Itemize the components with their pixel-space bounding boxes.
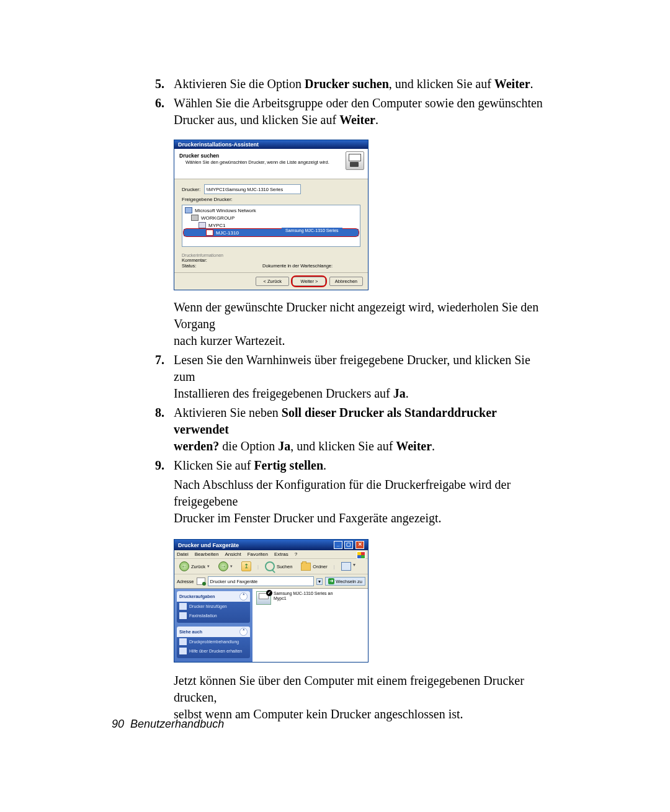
step-7-text: Lesen Sie den Warnhinweis über freigegeb… bbox=[174, 352, 552, 402]
wizard-header-subtitle: Wählen Sie den gewünschten Drucker, wenn… bbox=[185, 159, 363, 165]
workgroup-icon bbox=[191, 215, 199, 221]
see-also-header[interactable]: Siehe auch ˄ bbox=[177, 627, 250, 637]
step-6: 6. Wählen Sie die Arbeitsgruppe oder den… bbox=[155, 95, 552, 128]
printers-list: ✔ Samsung MJC-1310 Series an Mypc1 bbox=[252, 589, 368, 662]
closing-paragraph: Jetzt können Sie über den Computer mit e… bbox=[174, 672, 552, 723]
folders-button[interactable]: Ordner bbox=[298, 562, 329, 571]
step-9: 9. Klicken Sie auf Fertig stellen. bbox=[155, 457, 552, 474]
step-8-bold2: werden? bbox=[174, 439, 219, 453]
step-9-bold: Fertig stellen bbox=[254, 458, 323, 472]
step-5-post: . bbox=[530, 77, 534, 91]
nav-up-button[interactable] bbox=[239, 561, 254, 572]
wizard-body: Drucker: Freigegebene Drucker: Microsoft… bbox=[174, 179, 368, 272]
step-6-number: 6. bbox=[155, 95, 174, 128]
step-8-l2b: die Option bbox=[219, 439, 278, 453]
shared-printers-tree[interactable]: Microsoft Windows Network WORKGROUP MYPC… bbox=[182, 205, 360, 247]
menu-file[interactable]: Datei bbox=[177, 551, 189, 557]
address-dropdown-icon[interactable]: ▾ bbox=[316, 578, 323, 585]
task-add-printer[interactable]: Drucker hinzufügen bbox=[177, 602, 250, 611]
window-buttons: _ ▢ ✕ bbox=[333, 541, 364, 549]
add-printer-icon bbox=[179, 603, 187, 610]
nav-forward-button[interactable]: ← ▾ bbox=[216, 561, 235, 572]
wizard-titlebar: Druckerinstallations-Assistent bbox=[174, 140, 368, 149]
printer-small-icon bbox=[206, 230, 213, 236]
printers-window: Drucker und Faxgeräte _ ▢ ✕ Datei Bearbe… bbox=[174, 539, 368, 663]
tree-printer-description: Samsung MJC-1310 Series bbox=[282, 228, 342, 233]
step-9-followup-l2a: Drucker im Fenster bbox=[174, 511, 274, 525]
back-button[interactable]: < Zurück bbox=[256, 277, 289, 286]
shared-printers-label: Freigegebene Drucker: bbox=[182, 197, 233, 202]
address-icon bbox=[197, 578, 205, 585]
search-button[interactable]: Suchen bbox=[262, 561, 295, 572]
next-button[interactable]: Weiter > bbox=[292, 277, 326, 286]
toolbar: ← Zurück ▾ ← ▾ | Suchen Ord bbox=[174, 559, 368, 574]
printer-path-label: Drucker: bbox=[182, 187, 200, 192]
step-7-bold: Ja bbox=[393, 386, 406, 400]
printer-item[interactable]: ✔ Samsung MJC-1310 Series an Mypc1 bbox=[256, 591, 364, 605]
chevron-down-icon: ▾ bbox=[207, 564, 210, 569]
go-button[interactable]: Wechseln zu bbox=[325, 577, 365, 586]
see-also-help[interactable]: Hilfe über Drucken erhalten bbox=[177, 646, 250, 656]
maximize-button[interactable]: ▢ bbox=[344, 541, 353, 549]
minimize-button[interactable]: _ bbox=[334, 541, 342, 549]
close-button[interactable]: ✕ bbox=[355, 541, 364, 549]
printer-item-name: Samsung MJC-1310 Series an bbox=[274, 591, 333, 596]
step-7-l2a: Installieren des freigegebenen Druckers … bbox=[174, 386, 393, 400]
wizard-header: Drucker suchen Wählen Sie den gewünschte… bbox=[174, 149, 368, 179]
printer-tasks-header-label: Druckeraufgaben bbox=[179, 594, 215, 599]
tree-printer-selected-label: MJC-1310 bbox=[216, 230, 239, 236]
nav-back-label: Zurück bbox=[191, 564, 205, 569]
see-also-troubleshoot[interactable]: Druckproblembehandlung bbox=[177, 637, 250, 646]
step-5-text: Aktivieren Sie die Option Drucker suchen… bbox=[174, 76, 552, 92]
menu-favorites[interactable]: Favoriten bbox=[248, 551, 268, 557]
step-9-l1c: . bbox=[323, 458, 326, 472]
step-5-number: 5. bbox=[155, 76, 174, 92]
tree-network-root-label: Microsoft Windows Network bbox=[195, 208, 256, 213]
task-fax-setup[interactable]: Faxinstallation bbox=[177, 611, 250, 620]
menu-view[interactable]: Ansicht bbox=[225, 551, 241, 557]
see-also-troubleshoot-label: Druckproblembehandlung bbox=[189, 640, 239, 644]
printer-comment-row: Kommentar: bbox=[182, 257, 360, 263]
task-fax-setup-label: Faxinstallation bbox=[189, 613, 217, 618]
printer-path-row: Drucker: bbox=[182, 184, 360, 194]
step-9-number: 9. bbox=[155, 457, 174, 474]
menu-extras[interactable]: Extras bbox=[274, 551, 288, 557]
collapse-icon: ˄ bbox=[239, 628, 248, 636]
search-label: Suchen bbox=[277, 564, 292, 569]
step-5-bold2: Weiter bbox=[494, 77, 530, 91]
wizard-header-title: Drucker suchen bbox=[179, 153, 363, 159]
step-5: 5. Aktivieren Sie die Option Drucker suc… bbox=[155, 76, 552, 92]
step-8: 8. Aktivieren Sie neben Soll dieser Druc… bbox=[155, 404, 552, 455]
step-9-text: Klicken Sie auf Fertig stellen. bbox=[174, 457, 552, 474]
menu-help[interactable]: ? bbox=[295, 551, 297, 557]
folder-icon bbox=[301, 563, 311, 571]
printer-comment-label: Kommentar: bbox=[182, 257, 262, 263]
step-8-l1a: Aktivieren Sie neben bbox=[174, 406, 282, 419]
step-6-line1: Wählen Sie die Arbeitsgruppe oder den Co… bbox=[174, 96, 543, 110]
printer-tasks-panel: Druckeraufgaben ˄ Drucker hinzufügen Fax… bbox=[177, 591, 250, 623]
default-printer-check-icon: ✔ bbox=[266, 590, 272, 596]
views-button[interactable] bbox=[339, 561, 354, 571]
address-label: Adresse bbox=[177, 579, 194, 584]
tree-workgroup[interactable]: WORKGROUP bbox=[184, 214, 359, 221]
nav-back-button[interactable]: ← Zurück ▾ bbox=[177, 561, 212, 572]
step-8-l2d: , und klicken Sie auf bbox=[290, 439, 396, 453]
step-6-line2a: Drucker aus, und klicken Sie auf bbox=[174, 113, 339, 127]
printer-path-input[interactable] bbox=[204, 184, 301, 194]
computer-icon bbox=[199, 222, 206, 228]
back-icon: ← bbox=[179, 561, 189, 571]
printer-item-text: Samsung MJC-1310 Series an Mypc1 bbox=[274, 591, 333, 602]
printer-large-icon: ✔ bbox=[256, 591, 271, 605]
wizard-button-bar: < Zurück Weiter > Abbrechen bbox=[174, 272, 368, 290]
step-9-l1a: Klicken Sie auf bbox=[174, 458, 254, 472]
printer-tasks-header[interactable]: Druckeraufgaben ˄ bbox=[177, 591, 250, 602]
menubar: Datei Bearbeiten Ansicht Favoriten Extra… bbox=[174, 550, 368, 559]
folder-up-icon bbox=[241, 561, 251, 571]
cancel-button[interactable]: Abbrechen bbox=[329, 277, 363, 286]
step-8-l2f: . bbox=[432, 439, 435, 453]
tree-network-root[interactable]: Microsoft Windows Network bbox=[184, 207, 359, 214]
menu-edit[interactable]: Bearbeiten bbox=[195, 551, 219, 557]
address-input[interactable] bbox=[208, 576, 315, 586]
search-icon bbox=[265, 561, 275, 571]
step-9-followup-bold: Drucker und Faxgeräte bbox=[274, 511, 388, 525]
